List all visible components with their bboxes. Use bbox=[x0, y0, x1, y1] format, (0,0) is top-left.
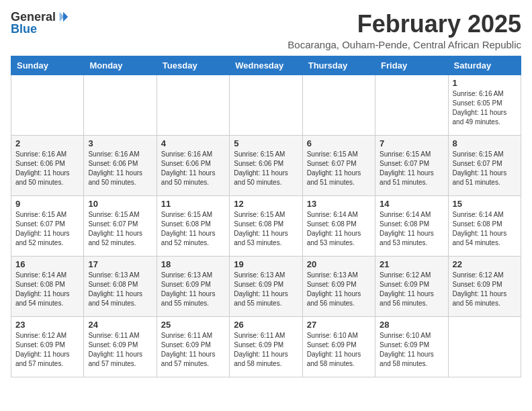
day-number: 14 bbox=[380, 199, 443, 209]
day-info: Sunrise: 6:12 AM Sunset: 6:09 PM Dayligh… bbox=[380, 271, 443, 308]
day-number: 7 bbox=[380, 138, 443, 148]
day-info: Sunrise: 6:15 AM Sunset: 6:07 PM Dayligh… bbox=[15, 210, 79, 248]
day-number: 10 bbox=[88, 199, 152, 209]
calendar-cell: 27Sunrise: 6:10 AM Sunset: 6:09 PM Dayli… bbox=[302, 316, 375, 377]
day-number: 13 bbox=[307, 199, 371, 209]
calendar-cell: 24Sunrise: 6:11 AM Sunset: 6:09 PM Dayli… bbox=[84, 316, 157, 377]
day-info: Sunrise: 6:15 AM Sunset: 6:07 PM Dayligh… bbox=[307, 150, 371, 187]
day-info: Sunrise: 6:13 AM Sunset: 6:09 PM Dayligh… bbox=[234, 271, 298, 308]
calendar-cell bbox=[84, 75, 157, 135]
calendar-cell: 11Sunrise: 6:15 AM Sunset: 6:08 PM Dayli… bbox=[157, 195, 229, 256]
calendar-cell: 5Sunrise: 6:15 AM Sunset: 6:06 PM Daylig… bbox=[230, 135, 302, 195]
day-number: 15 bbox=[453, 199, 517, 209]
page-header: General Blue February 2025 Bocaranga, Ou… bbox=[11, 11, 521, 50]
calendar-cell: 18Sunrise: 6:13 AM Sunset: 6:09 PM Dayli… bbox=[157, 256, 229, 316]
logo-icon bbox=[57, 11, 69, 23]
day-number: 9 bbox=[15, 199, 79, 209]
day-info: Sunrise: 6:14 AM Sunset: 6:08 PM Dayligh… bbox=[453, 210, 517, 248]
day-info: Sunrise: 6:10 AM Sunset: 6:09 PM Dayligh… bbox=[307, 331, 371, 369]
day-of-week-header: Sunday bbox=[11, 56, 84, 75]
calendar-table: SundayMondayTuesdayWednesdayThursdayFrid… bbox=[11, 56, 521, 377]
logo-blue-text: Blue bbox=[11, 23, 37, 35]
day-info: Sunrise: 6:15 AM Sunset: 6:07 PM Dayligh… bbox=[88, 210, 152, 248]
calendar-cell: 1Sunrise: 6:16 AM Sunset: 6:05 PM Daylig… bbox=[448, 75, 521, 135]
calendar-cell: 15Sunrise: 6:14 AM Sunset: 6:08 PM Dayli… bbox=[448, 195, 521, 256]
calendar-cell: 21Sunrise: 6:12 AM Sunset: 6:09 PM Dayli… bbox=[375, 256, 448, 316]
calendar-cell: 23Sunrise: 6:12 AM Sunset: 6:09 PM Dayli… bbox=[11, 316, 84, 377]
location-subtitle: Bocaranga, Ouham-Pende, Central African … bbox=[287, 39, 521, 50]
day-number: 20 bbox=[307, 259, 371, 269]
calendar-cell bbox=[157, 75, 229, 135]
calendar-cell: 9Sunrise: 6:15 AM Sunset: 6:07 PM Daylig… bbox=[11, 195, 84, 256]
day-info: Sunrise: 6:14 AM Sunset: 6:08 PM Dayligh… bbox=[15, 271, 79, 308]
day-info: Sunrise: 6:16 AM Sunset: 6:06 PM Dayligh… bbox=[88, 150, 152, 187]
calendar-cell: 8Sunrise: 6:15 AM Sunset: 6:07 PM Daylig… bbox=[448, 135, 521, 195]
day-number: 8 bbox=[453, 138, 517, 148]
day-info: Sunrise: 6:13 AM Sunset: 6:09 PM Dayligh… bbox=[307, 271, 371, 308]
day-number: 19 bbox=[234, 259, 298, 269]
day-number: 23 bbox=[15, 320, 79, 330]
day-number: 5 bbox=[234, 138, 298, 148]
day-info: Sunrise: 6:10 AM Sunset: 6:09 PM Dayligh… bbox=[380, 331, 443, 369]
calendar-cell: 22Sunrise: 6:12 AM Sunset: 6:09 PM Dayli… bbox=[448, 256, 521, 316]
calendar-cell: 2Sunrise: 6:16 AM Sunset: 6:06 PM Daylig… bbox=[11, 135, 84, 195]
calendar-cell: 17Sunrise: 6:13 AM Sunset: 6:08 PM Dayli… bbox=[84, 256, 157, 316]
day-info: Sunrise: 6:12 AM Sunset: 6:09 PM Dayligh… bbox=[453, 271, 517, 308]
calendar-cell: 10Sunrise: 6:15 AM Sunset: 6:07 PM Dayli… bbox=[84, 195, 157, 256]
day-of-week-header: Monday bbox=[84, 56, 157, 75]
calendar-cell: 20Sunrise: 6:13 AM Sunset: 6:09 PM Dayli… bbox=[302, 256, 375, 316]
calendar-cell: 14Sunrise: 6:14 AM Sunset: 6:08 PM Dayli… bbox=[375, 195, 448, 256]
day-info: Sunrise: 6:16 AM Sunset: 6:05 PM Dayligh… bbox=[453, 89, 517, 127]
calendar-week-row: 1Sunrise: 6:16 AM Sunset: 6:05 PM Daylig… bbox=[11, 75, 521, 135]
day-info: Sunrise: 6:15 AM Sunset: 6:07 PM Dayligh… bbox=[380, 150, 443, 187]
calendar-cell: 28Sunrise: 6:10 AM Sunset: 6:09 PM Dayli… bbox=[375, 316, 448, 377]
calendar-cell bbox=[11, 75, 84, 135]
calendar-cell bbox=[448, 316, 521, 377]
month-title: February 2025 bbox=[287, 11, 521, 38]
day-number: 11 bbox=[161, 199, 225, 209]
calendar-week-row: 9Sunrise: 6:15 AM Sunset: 6:07 PM Daylig… bbox=[11, 195, 521, 256]
day-info: Sunrise: 6:12 AM Sunset: 6:09 PM Dayligh… bbox=[15, 331, 79, 369]
day-info: Sunrise: 6:15 AM Sunset: 6:07 PM Dayligh… bbox=[453, 150, 517, 187]
calendar-cell bbox=[230, 75, 302, 135]
day-number: 27 bbox=[307, 320, 371, 330]
day-info: Sunrise: 6:11 AM Sunset: 6:09 PM Dayligh… bbox=[161, 331, 225, 369]
day-number: 2 bbox=[15, 138, 79, 148]
calendar-header-row: SundayMondayTuesdayWednesdayThursdayFrid… bbox=[11, 56, 521, 75]
day-number: 1 bbox=[453, 78, 517, 88]
day-of-week-header: Thursday bbox=[302, 56, 375, 75]
day-number: 22 bbox=[453, 259, 517, 269]
day-info: Sunrise: 6:15 AM Sunset: 6:08 PM Dayligh… bbox=[161, 210, 225, 248]
calendar-cell bbox=[302, 75, 375, 135]
calendar-cell: 7Sunrise: 6:15 AM Sunset: 6:07 PM Daylig… bbox=[375, 135, 448, 195]
calendar-cell: 26Sunrise: 6:11 AM Sunset: 6:09 PM Dayli… bbox=[230, 316, 302, 377]
calendar-cell: 3Sunrise: 6:16 AM Sunset: 6:06 PM Daylig… bbox=[84, 135, 157, 195]
day-number: 12 bbox=[234, 199, 298, 209]
logo-general-text: General bbox=[11, 11, 56, 23]
calendar-cell: 16Sunrise: 6:14 AM Sunset: 6:08 PM Dayli… bbox=[11, 256, 84, 316]
day-number: 16 bbox=[15, 259, 79, 269]
day-number: 25 bbox=[161, 320, 225, 330]
day-info: Sunrise: 6:14 AM Sunset: 6:08 PM Dayligh… bbox=[380, 210, 443, 248]
calendar-cell: 25Sunrise: 6:11 AM Sunset: 6:09 PM Dayli… bbox=[157, 316, 229, 377]
day-number: 21 bbox=[380, 259, 443, 269]
calendar-cell: 4Sunrise: 6:16 AM Sunset: 6:06 PM Daylig… bbox=[157, 135, 229, 195]
day-info: Sunrise: 6:14 AM Sunset: 6:08 PM Dayligh… bbox=[307, 210, 371, 248]
calendar-week-row: 2Sunrise: 6:16 AM Sunset: 6:06 PM Daylig… bbox=[11, 135, 521, 195]
day-number: 3 bbox=[88, 138, 152, 148]
calendar-cell: 19Sunrise: 6:13 AM Sunset: 6:09 PM Dayli… bbox=[230, 256, 302, 316]
calendar-week-row: 23Sunrise: 6:12 AM Sunset: 6:09 PM Dayli… bbox=[11, 316, 521, 377]
day-number: 24 bbox=[88, 320, 152, 330]
day-of-week-header: Wednesday bbox=[230, 56, 302, 75]
calendar-cell: 6Sunrise: 6:15 AM Sunset: 6:07 PM Daylig… bbox=[302, 135, 375, 195]
day-number: 6 bbox=[307, 138, 371, 148]
logo: General Blue bbox=[11, 11, 69, 35]
title-block: February 2025 Bocaranga, Ouham-Pende, Ce… bbox=[287, 11, 521, 50]
day-number: 18 bbox=[161, 259, 225, 269]
day-of-week-header: Tuesday bbox=[157, 56, 229, 75]
day-info: Sunrise: 6:16 AM Sunset: 6:06 PM Dayligh… bbox=[15, 150, 79, 187]
calendar-week-row: 16Sunrise: 6:14 AM Sunset: 6:08 PM Dayli… bbox=[11, 256, 521, 316]
day-number: 17 bbox=[88, 259, 152, 269]
day-info: Sunrise: 6:13 AM Sunset: 6:09 PM Dayligh… bbox=[161, 271, 225, 308]
day-of-week-header: Saturday bbox=[448, 56, 521, 75]
